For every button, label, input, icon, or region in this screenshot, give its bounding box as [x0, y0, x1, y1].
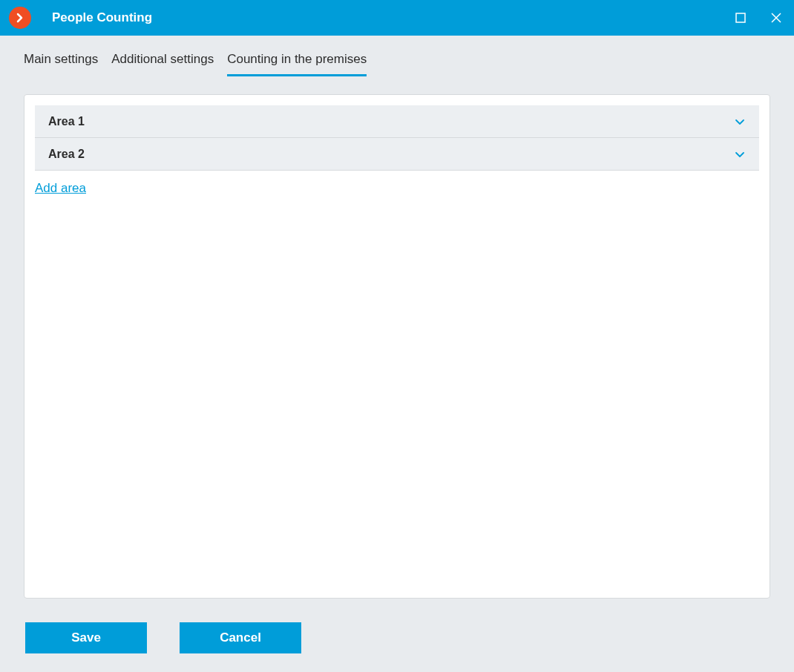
chevron-down-icon	[734, 148, 746, 160]
add-area-link[interactable]: Add area	[35, 181, 86, 196]
area-label: Area 2	[48, 148, 85, 161]
maximize-icon	[735, 13, 746, 23]
svg-rect-0	[736, 13, 745, 22]
content-panel: Area 1 Area 2 Add area	[24, 94, 770, 599]
title-bar: People Counting	[0, 0, 794, 36]
area-row[interactable]: Area 1	[35, 105, 759, 138]
tab-additional-settings[interactable]: Additional settings	[111, 52, 214, 76]
area-row[interactable]: Area 2	[35, 138, 759, 171]
maximize-button[interactable]	[723, 0, 758, 36]
tab-main-settings[interactable]: Main settings	[24, 52, 98, 76]
app-logo-icon	[9, 7, 31, 29]
tab-bar: Main settings Additional settings Counti…	[0, 36, 794, 76]
save-button[interactable]: Save	[25, 622, 147, 653]
footer-actions: Save Cancel	[0, 599, 794, 653]
close-icon	[771, 13, 781, 23]
tab-counting-premises[interactable]: Counting in the premises	[227, 52, 367, 76]
chevron-down-icon	[734, 116, 746, 128]
window-controls	[723, 0, 794, 36]
area-label: Area 1	[48, 115, 85, 128]
window-title: People Counting	[52, 10, 723, 25]
close-button[interactable]	[758, 0, 794, 36]
cancel-button[interactable]: Cancel	[180, 622, 301, 653]
